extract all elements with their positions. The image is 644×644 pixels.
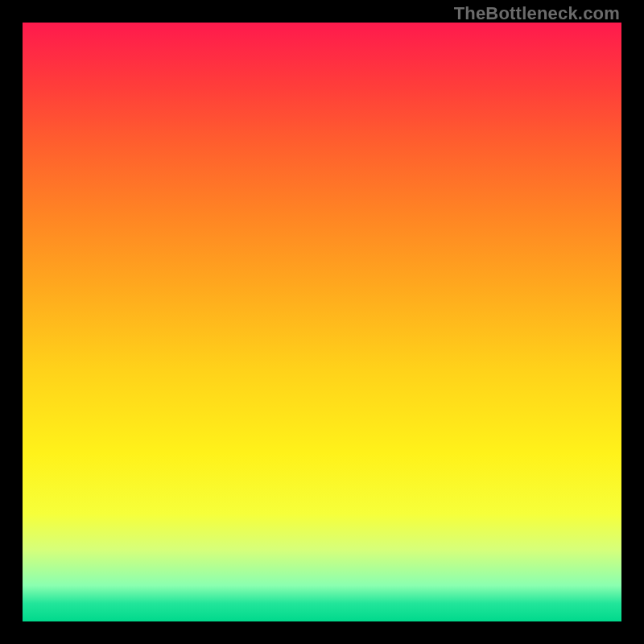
chart-frame: TheBottleneck.com <box>0 0 644 644</box>
watermark-text: TheBottleneck.com <box>454 3 620 24</box>
plot-area <box>23 23 621 621</box>
gradient-background <box>23 23 621 621</box>
